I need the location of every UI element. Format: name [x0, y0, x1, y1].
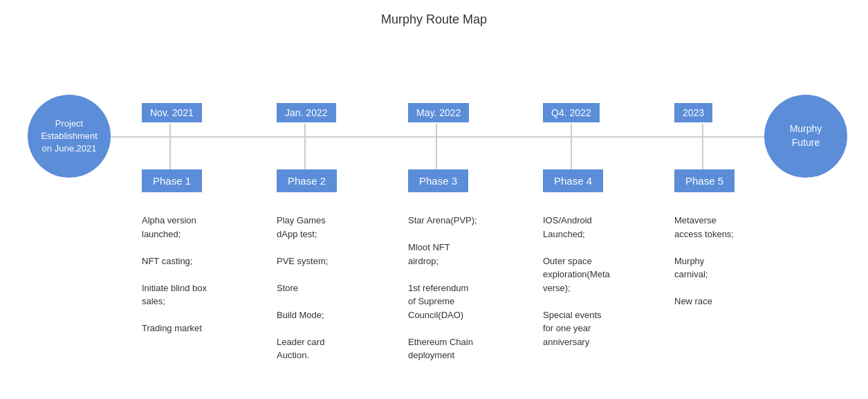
v-line-phase3 — [436, 124, 437, 169]
v-line-phase1 — [169, 124, 171, 169]
phase-badge-phase2: Phase 2 — [277, 169, 337, 192]
page-title: Murphy Route Map — [0, 0, 868, 34]
date-badge-phase2: Jan. 2022 — [277, 103, 336, 122]
date-badge-phase5: 2023 — [674, 103, 712, 122]
phase-content-phase1: Alpha versionlaunched;NFT casting;Initia… — [142, 214, 263, 335]
roadmap-container: Project Establishment on June,2021 Murph… — [0, 34, 868, 393]
phase-badge-phase3: Phase 3 — [408, 169, 468, 192]
v-line-phase4 — [571, 124, 572, 169]
v-line-phase5 — [702, 124, 703, 169]
phase-content-phase4: IOS/AndroidLaunched;Outer spaceexplorati… — [543, 214, 664, 349]
phase-badge-phase4: Phase 4 — [543, 169, 603, 192]
phase-badge-phase5: Phase 5 — [674, 169, 735, 192]
murphy-future-circle: Murphy Future — [764, 95, 847, 178]
date-badge-phase3: May. 2022 — [408, 103, 469, 122]
phase-content-phase2: Play GamesdApp test;PVE system;StoreBuil… — [277, 214, 398, 362]
phase-badge-phase1: Phase 1 — [142, 169, 202, 192]
phase-content-phase5: Metaverseaccess tokens;Murphycarnival;Ne… — [674, 214, 795, 308]
right-circle-text: Murphy Future — [790, 122, 822, 149]
date-badge-phase1: Nov. 2021 — [142, 103, 202, 122]
timeline-line — [41, 136, 792, 138]
phase-content-phase3: Star Arena(PVP);Mloot NFTairdrop;1st ref… — [408, 214, 529, 362]
v-line-phase2 — [304, 124, 306, 169]
left-circle-text: Project Establishment on June,2021 — [41, 118, 98, 156]
date-badge-phase4: Q4. 2022 — [543, 103, 600, 122]
project-establishment-circle: Project Establishment on June,2021 — [28, 95, 111, 178]
